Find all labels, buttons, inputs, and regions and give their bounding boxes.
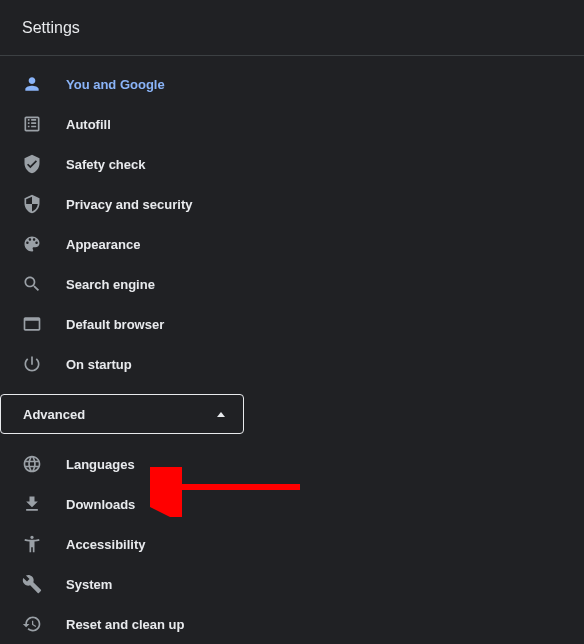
nav-label: Downloads — [66, 497, 135, 512]
autofill-icon — [22, 114, 42, 134]
nav-item-on-startup[interactable]: On startup — [0, 344, 584, 384]
accessibility-icon — [22, 534, 42, 554]
nav-item-downloads[interactable]: Downloads — [0, 484, 584, 524]
download-icon — [22, 494, 42, 514]
nav-label: System — [66, 577, 112, 592]
nav-item-reset-cleanup[interactable]: Reset and clean up — [0, 604, 584, 644]
nav-label: Safety check — [66, 157, 146, 172]
nav-label: Privacy and security — [66, 197, 192, 212]
nav-label: Autofill — [66, 117, 111, 132]
nav-item-system[interactable]: System — [0, 564, 584, 604]
restore-icon — [22, 614, 42, 634]
globe-icon — [22, 454, 42, 474]
nav-item-autofill[interactable]: Autofill — [0, 104, 584, 144]
palette-icon — [22, 234, 42, 254]
shield-icon — [22, 194, 42, 214]
nav-label: Default browser — [66, 317, 164, 332]
nav-label: You and Google — [66, 77, 165, 92]
advanced-label: Advanced — [23, 407, 85, 422]
nav-label: Accessibility — [66, 537, 146, 552]
search-icon — [22, 274, 42, 294]
power-icon — [22, 354, 42, 374]
nav-label: On startup — [66, 357, 132, 372]
nav-item-safety-check[interactable]: Safety check — [0, 144, 584, 184]
shield-check-icon — [22, 154, 42, 174]
nav-item-default-browser[interactable]: Default browser — [0, 304, 584, 344]
nav-item-accessibility[interactable]: Accessibility — [0, 524, 584, 564]
nav-item-appearance[interactable]: Appearance — [0, 224, 584, 264]
nav-label: Appearance — [66, 237, 140, 252]
nav-label: Search engine — [66, 277, 155, 292]
browser-icon — [22, 314, 42, 334]
nav-item-search-engine[interactable]: Search engine — [0, 264, 584, 304]
nav-item-you-and-google[interactable]: You and Google — [0, 64, 584, 104]
settings-header: Settings — [0, 0, 584, 56]
chevron-up-icon — [217, 412, 225, 417]
settings-nav: You and Google Autofill Safety check Pri… — [0, 56, 584, 644]
nav-label: Reset and clean up — [66, 617, 184, 632]
nav-label: Languages — [66, 457, 135, 472]
wrench-icon — [22, 574, 42, 594]
person-icon — [22, 74, 42, 94]
page-title: Settings — [22, 19, 80, 37]
nav-item-privacy-security[interactable]: Privacy and security — [0, 184, 584, 224]
nav-item-languages[interactable]: Languages — [0, 444, 584, 484]
advanced-toggle[interactable]: Advanced — [0, 394, 244, 434]
